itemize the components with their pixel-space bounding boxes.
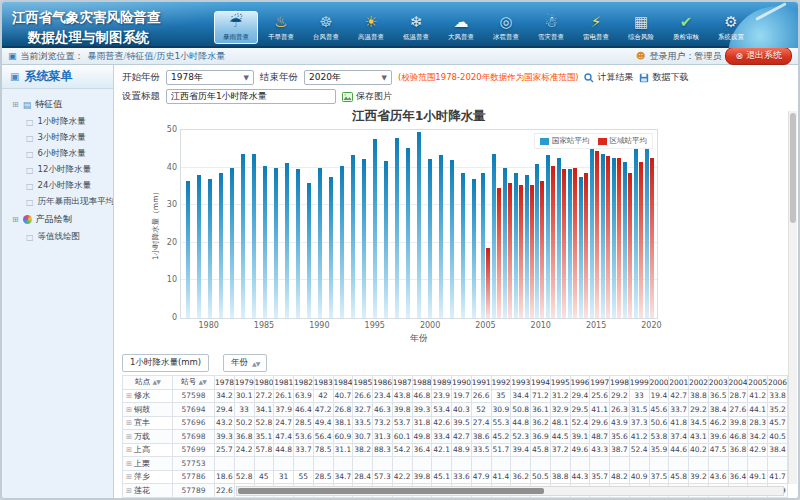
bar-national-2000 (428, 159, 432, 318)
bar-national-2010 (535, 164, 539, 318)
value-cell: 26.6 (471, 389, 491, 403)
y-tick-label: 0 (172, 314, 177, 322)
y-tick-label: 20 (167, 239, 177, 247)
row-expand-icon[interactable]: ⊞ (126, 460, 132, 468)
toolbar-item-drought-survey[interactable]: ♨干旱普查 (259, 11, 303, 44)
toolbar-item-lightning-survey[interactable]: ⚡雷电普查 (574, 11, 618, 44)
table-unit-header: 1小时降水量(mm) (122, 354, 209, 372)
calculate-button[interactable]: 计算结果 (584, 71, 633, 84)
vertical-scrollbar[interactable] (788, 111, 797, 484)
value-cell: 36.8 (234, 430, 254, 444)
bar-national-1999 (417, 132, 421, 318)
toolbar-item-snow-survey[interactable]: ☃雪灾普查 (529, 11, 573, 44)
x-tick-label: 2005 (475, 321, 495, 330)
bar-national-2004 (472, 179, 476, 318)
toolbar-item-label: 系统设置 (718, 32, 744, 41)
end-year-select[interactable]: 2020年 ▼ (304, 70, 392, 85)
value-cell: 44.3 (570, 470, 590, 484)
horizontal-scrollbar[interactable] (236, 486, 784, 496)
station-id-column-header[interactable]: 站号 ▲▼ (173, 376, 215, 390)
toolbar-item-system-settings[interactable]: ⚙系统设置 (709, 11, 753, 44)
toolbar-item-label: 雪灾普查 (538, 32, 564, 41)
value-cell: 33.7 (294, 443, 314, 457)
row-expand-icon[interactable]: ⊞ (126, 487, 132, 495)
value-cell: 52.8 (234, 470, 254, 484)
toolbar-item-comprehensive-risk[interactable]: ▦综合风险 (619, 11, 663, 44)
breadcrumb-item[interactable]: 暴雨普查 (88, 51, 124, 61)
value-cell: 35.1 (254, 430, 274, 444)
sidebar-item[interactable]: □3小时降水量 (2, 130, 113, 146)
sidebar-item[interactable]: □24小时降水量 (2, 178, 113, 194)
value-cell: 35.7 (590, 470, 610, 484)
value-cell: 50.6 (649, 416, 669, 430)
horizontal-scrollbar-thumb[interactable] (238, 488, 544, 494)
value-cell: 31.8 (412, 416, 432, 430)
toolbar-item-hail-survey[interactable]: ◎冰雹普查 (484, 11, 528, 44)
sidebar-group-products[interactable]: ⊞产品绘制 (2, 210, 113, 229)
start-year-select[interactable]: 1978年 ▼ (166, 70, 254, 85)
year-column-header: 1987 (392, 376, 412, 390)
bar-national-1978 (186, 181, 190, 318)
row-expand-icon[interactable]: ⊞ (126, 392, 132, 400)
toolbar-item-label: 台风普查 (313, 32, 339, 41)
value-cell: 36.2 (531, 416, 551, 430)
table-year-sort-header[interactable]: 年份 ▲▼ (223, 354, 267, 372)
expand-icon[interactable]: ⊞ (12, 215, 19, 224)
station-column-header[interactable]: 站点 ▲▼ (123, 376, 173, 390)
location-icon: ▣ (8, 51, 17, 61)
breadcrumb-prefix: 当前浏览位置： (21, 50, 84, 63)
value-cell: 57.8 (254, 443, 274, 457)
sidebar-item[interactable]: □12小时降水量 (2, 162, 113, 178)
row-expand-icon[interactable]: ⊞ (126, 419, 132, 427)
station-name-cell: ⊞万载 (123, 430, 173, 444)
row-expand-icon[interactable]: ⊞ (126, 446, 132, 454)
sidebar-item[interactable]: □6小时降水量 (2, 146, 113, 162)
value-cell: 43.2 (215, 416, 235, 430)
toolbar-item-gale-survey[interactable]: ☁大风普查 (439, 11, 483, 44)
download-button[interactable]: 数据下载 (639, 71, 688, 84)
toolbar-item-rainstorm-survey[interactable]: ☔暴雨普查 (214, 11, 258, 44)
hail-survey-icon: ◎ (499, 14, 512, 31)
save-image-button[interactable]: 保存图片 (342, 90, 392, 103)
year-column-header: 2006 (768, 376, 788, 390)
bar-national-2014 (579, 177, 583, 318)
row-expand-icon[interactable]: ⊞ (126, 433, 132, 441)
image-icon (342, 92, 353, 102)
breadcrumb-item[interactable]: 特征值 (127, 51, 154, 61)
breadcrumb-item[interactable]: 历史1小时降水量 (157, 51, 226, 61)
bar-national-2007 (503, 168, 507, 318)
value-cell: 43.6 (708, 470, 728, 484)
value-cell: 24.7 (274, 416, 294, 430)
toolbar-item-low-temp-survey[interactable]: ❄低温普查 (394, 11, 438, 44)
row-expand-icon[interactable]: ⊞ (126, 406, 132, 414)
chart-title-input[interactable] (166, 89, 336, 104)
sidebar-item[interactable]: □历年暴雨出现率平均曲线 (2, 194, 113, 210)
toolbar-item-high-temp-survey[interactable]: ☀高温普查 (349, 11, 393, 44)
row-expand-icon[interactable]: ⊞ (126, 473, 132, 481)
value-cell: 54.2 (392, 443, 412, 457)
bar-national-1982 (230, 168, 234, 318)
value-cell: 37.2 (550, 443, 570, 457)
value-cell: 33.5 (471, 443, 491, 457)
toolbar-item-label: 雷电普查 (583, 32, 609, 41)
sidebar-item-label: 6小时降水量 (38, 148, 86, 160)
logout-button[interactable]: ⊗ 退出系统 (725, 47, 792, 65)
sidebar-group-features[interactable]: ⊞▤特征值 (2, 95, 113, 114)
value-cell: 31.1 (333, 443, 353, 457)
chart-legend: 国家站平均区域站平均 (534, 133, 653, 149)
bar-regional-2017 (617, 158, 621, 318)
sidebar-group-label: 产品绘制 (36, 213, 72, 226)
toolbar-item-typhoon-survey[interactable]: ☸台风普查 (304, 11, 348, 44)
expand-icon[interactable]: ⊞ (12, 100, 19, 109)
value-cell: 41.8 (669, 416, 689, 430)
system-settings-icon: ⚙ (724, 14, 737, 31)
legend-item: 区域站平均 (598, 136, 648, 146)
toolbar-item-quality-review[interactable]: ✔质检审核 (664, 11, 708, 44)
sidebar-item[interactable]: □1小时降水量 (2, 114, 113, 130)
sidebar-item[interactable]: □等值线绘图 (2, 229, 113, 245)
x-tick-label: 2010 (531, 321, 551, 330)
value-cell: 26.8 (333, 403, 353, 417)
value-cell: 41.4 (491, 470, 511, 484)
vertical-scrollbar-thumb[interactable] (790, 113, 796, 223)
value-cell: 48.9 (452, 443, 472, 457)
